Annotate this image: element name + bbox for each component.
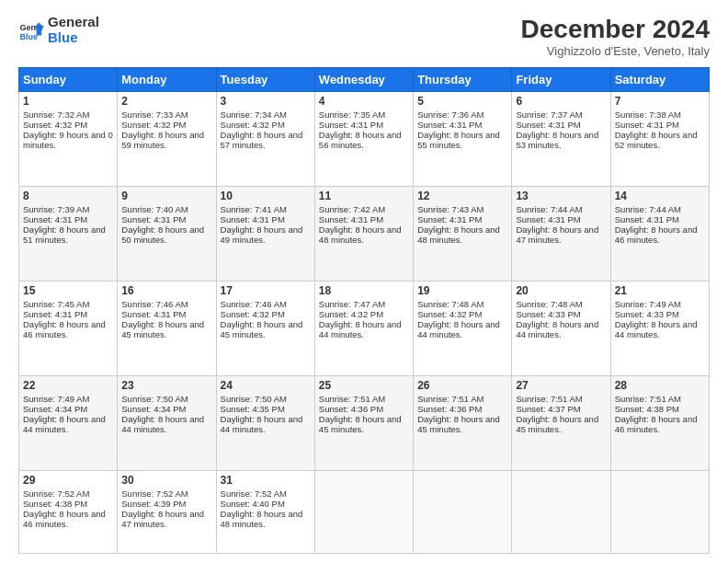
week-row: 15 Sunrise: 7:45 AMSunset: 4:31 PMDaylig… (19, 281, 710, 375)
table-row: 3 Sunrise: 7:34 AMSunset: 4:32 PMDayligh… (216, 92, 314, 187)
table-row: 8 Sunrise: 7:39 AMSunset: 4:31 PMDayligh… (19, 186, 118, 281)
table-row: 31 Sunrise: 7:52 AMSunset: 4:40 PMDaylig… (216, 470, 314, 553)
table-row: 24 Sunrise: 7:50 AMSunset: 4:35 PMDaylig… (216, 375, 314, 470)
header-row: Sunday Monday Tuesday Wednesday Thursday… (19, 68, 710, 92)
col-friday: Friday (512, 68, 610, 92)
col-saturday: Saturday (610, 68, 709, 92)
table-row: 29 Sunrise: 7:52 AMSunset: 4:38 PMDaylig… (19, 470, 118, 553)
table-row: 6 Sunrise: 7:37 AMSunset: 4:31 PMDayligh… (512, 92, 610, 187)
col-wednesday: Wednesday (314, 68, 413, 92)
table-row: 19 Sunrise: 7:48 AMSunset: 4:32 PMDaylig… (414, 281, 512, 375)
table-row: 25 Sunrise: 7:51 AMSunset: 4:36 PMDaylig… (314, 375, 413, 470)
empty-cell (414, 470, 512, 553)
week-row: 22 Sunrise: 7:49 AMSunset: 4:34 PMDaylig… (19, 375, 710, 470)
logo: General Blue General Blue (18, 15, 99, 45)
page: General Blue General Blue December 2024 … (0, 0, 728, 563)
location-subtitle: Vighizzolo d'Este, Veneto, Italy (521, 44, 710, 58)
header: General Blue General Blue December 2024 … (18, 15, 710, 58)
title-block: December 2024 Vighizzolo d'Este, Veneto,… (521, 15, 710, 58)
table-row: 26 Sunrise: 7:51 AMSunset: 4:36 PMDaylig… (414, 375, 512, 470)
week-row: 29 Sunrise: 7:52 AMSunset: 4:38 PMDaylig… (19, 470, 710, 553)
table-row: 9 Sunrise: 7:40 AMSunset: 4:31 PMDayligh… (118, 186, 216, 281)
table-row: 15 Sunrise: 7:45 AMSunset: 4:31 PMDaylig… (19, 281, 118, 375)
calendar-table: Sunday Monday Tuesday Wednesday Thursday… (18, 67, 710, 554)
logo-text: General Blue (48, 15, 99, 45)
table-row: 11 Sunrise: 7:42 AMSunset: 4:31 PMDaylig… (314, 186, 413, 281)
table-row: 16 Sunrise: 7:46 AMSunset: 4:31 PMDaylig… (118, 281, 216, 375)
col-thursday: Thursday (414, 68, 512, 92)
table-row: 12 Sunrise: 7:43 AMSunset: 4:31 PMDaylig… (414, 186, 512, 281)
col-monday: Monday (118, 68, 216, 92)
table-row: 22 Sunrise: 7:49 AMSunset: 4:34 PMDaylig… (19, 375, 118, 470)
table-row: 18 Sunrise: 7:47 AMSunset: 4:32 PMDaylig… (314, 281, 413, 375)
week-row: 1 Sunrise: 7:32 AMSunset: 4:32 PMDayligh… (19, 92, 710, 187)
col-tuesday: Tuesday (216, 68, 314, 92)
week-row: 8 Sunrise: 7:39 AMSunset: 4:31 PMDayligh… (19, 186, 710, 281)
month-title: December 2024 (521, 15, 710, 44)
empty-cell (610, 470, 709, 553)
col-sunday: Sunday (19, 68, 118, 92)
table-row: 13 Sunrise: 7:44 AMSunset: 4:31 PMDaylig… (512, 186, 610, 281)
table-row: 10 Sunrise: 7:41 AMSunset: 4:31 PMDaylig… (216, 186, 314, 281)
table-row: 30 Sunrise: 7:52 AMSunset: 4:39 PMDaylig… (118, 470, 216, 553)
empty-cell (512, 470, 610, 553)
table-row: 17 Sunrise: 7:46 AMSunset: 4:32 PMDaylig… (216, 281, 314, 375)
table-row: 21 Sunrise: 7:49 AMSunset: 4:33 PMDaylig… (610, 281, 709, 375)
table-row: 23 Sunrise: 7:50 AMSunset: 4:34 PMDaylig… (118, 375, 216, 470)
svg-text:Blue: Blue (19, 31, 38, 40)
table-row: 4 Sunrise: 7:35 AMSunset: 4:31 PMDayligh… (314, 92, 413, 187)
empty-cell (314, 470, 413, 553)
table-row: 14 Sunrise: 7:44 AMSunset: 4:31 PMDaylig… (610, 186, 709, 281)
table-row: 27 Sunrise: 7:51 AMSunset: 4:37 PMDaylig… (512, 375, 610, 470)
logo-icon: General Blue (18, 17, 44, 43)
table-row: 28 Sunrise: 7:51 AMSunset: 4:38 PMDaylig… (610, 375, 709, 470)
table-row: 20 Sunrise: 7:48 AMSunset: 4:33 PMDaylig… (512, 281, 610, 375)
table-row: 5 Sunrise: 7:36 AMSunset: 4:31 PMDayligh… (414, 92, 512, 187)
table-row: 1 Sunrise: 7:32 AMSunset: 4:32 PMDayligh… (19, 92, 118, 187)
table-row: 7 Sunrise: 7:38 AMSunset: 4:31 PMDayligh… (610, 92, 709, 187)
table-row: 2 Sunrise: 7:33 AMSunset: 4:32 PMDayligh… (118, 92, 216, 187)
